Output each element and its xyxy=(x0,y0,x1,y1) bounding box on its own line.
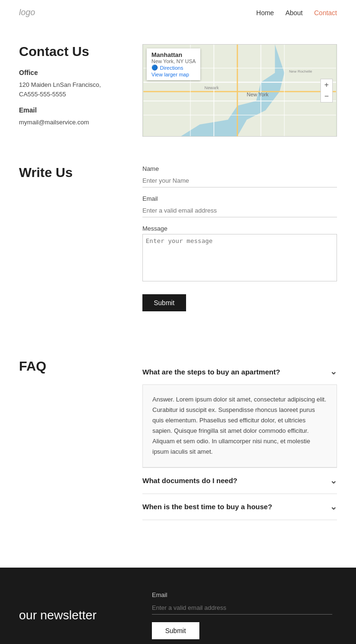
faq-question-1[interactable]: What are the steps to buy an apartment? … xyxy=(142,359,337,384)
faq-chevron-3-icon: ⌄ xyxy=(330,502,337,512)
map-directions-btn[interactable]: 🔵 Directions xyxy=(151,65,183,71)
nav-home[interactable]: Home xyxy=(256,9,274,17)
contact-title: Contact Us xyxy=(19,44,123,59)
nav-contact[interactable]: Contact xyxy=(314,9,337,17)
map-view-larger[interactable]: View larger map xyxy=(151,72,196,77)
contact-email: mymail@mailservice.com xyxy=(19,118,123,127)
newsletter-title: our newsletter xyxy=(19,608,123,623)
faq-item-1: What are the steps to buy an apartment? … xyxy=(142,359,337,468)
faq-question-1-text: What are the steps to buy an apartment? xyxy=(142,368,280,376)
directions-icon: 🔵 xyxy=(151,65,158,71)
newsletter-email-label: Email xyxy=(152,591,332,598)
name-input[interactable] xyxy=(142,174,337,187)
navigation: Home About Contact xyxy=(256,9,337,17)
faq-question-3[interactable]: When is the best time to buy a house? ⌄ xyxy=(142,494,337,520)
faq-item-2: What documents do I need? ⌄ xyxy=(142,468,337,494)
faq-section: FAQ What are the steps to buy an apartme… xyxy=(0,330,356,539)
name-field-group: Name xyxy=(142,165,337,187)
svg-text:New York: New York xyxy=(247,92,269,97)
svg-text:Newark: Newark xyxy=(205,85,219,90)
logo: logo xyxy=(19,8,35,18)
faq-title: FAQ xyxy=(19,359,123,374)
header: logo Home About Contact xyxy=(0,0,356,25)
newsletter-submit-button[interactable]: Submit xyxy=(152,622,199,639)
faq-chevron-1-icon: ⌄ xyxy=(330,366,337,377)
faq-label: FAQ xyxy=(19,359,123,374)
email-field-group: Email xyxy=(142,195,337,217)
name-label: Name xyxy=(142,165,337,172)
map-place-name: Manhattan xyxy=(151,51,196,58)
newsletter-section: our newsletter Email Submit xyxy=(0,568,356,644)
email-label: Email xyxy=(19,106,123,114)
map-place-sub: New York, NY USA xyxy=(151,58,196,64)
message-label: Message xyxy=(142,225,337,232)
faq-chevron-2-icon: ⌄ xyxy=(330,476,337,486)
map-overlay: Manhattan New York, NY USA 🔵 Directions … xyxy=(147,48,200,80)
write-us-title: Write Us xyxy=(19,165,123,180)
map-container: New York Newark New Rochelle Manhattan N… xyxy=(142,44,337,137)
faq-list: What are the steps to buy an apartment? … xyxy=(142,359,337,520)
email-input[interactable] xyxy=(142,204,337,217)
faq-question-2[interactable]: What documents do I need? ⌄ xyxy=(142,468,337,494)
faq-answer-1: Answer. Lorem ipsum dolor sit amet, cons… xyxy=(142,384,337,467)
faq-question-2-text: What documents do I need? xyxy=(142,476,237,485)
faq-question-3-text: When is the best time to buy a house? xyxy=(142,503,272,511)
contact-info: Contact Us Office 120 Maiden LnSan Franc… xyxy=(19,44,123,135)
office-address: 120 Maiden LnSan Francisco, CA555-555-55… xyxy=(19,80,123,99)
newsletter-form: Email Submit xyxy=(152,591,332,639)
message-input[interactable] xyxy=(142,234,337,281)
zoom-in-button[interactable]: + xyxy=(321,79,332,91)
faq-item-3: When is the best time to buy a house? ⌄ xyxy=(142,494,337,520)
email-label: Email xyxy=(142,195,337,202)
write-us-label: Write Us xyxy=(19,165,123,180)
zoom-out-button[interactable]: − xyxy=(321,91,332,102)
map-zoom-controls: + − xyxy=(320,79,333,103)
newsletter-email-input[interactable] xyxy=(152,601,332,615)
write-us-submit-button[interactable]: Submit xyxy=(142,294,186,311)
write-us-form: Name Email Message Submit xyxy=(142,165,337,311)
office-label: Office xyxy=(19,69,123,76)
svg-text:New Rochelle: New Rochelle xyxy=(289,69,312,74)
nav-about[interactable]: About xyxy=(285,9,303,17)
write-us-section: Write Us Name Email Message Submit xyxy=(0,146,356,330)
message-field-group: Message xyxy=(142,225,337,283)
contact-section: Contact Us Office 120 Maiden LnSan Franc… xyxy=(0,25,356,146)
